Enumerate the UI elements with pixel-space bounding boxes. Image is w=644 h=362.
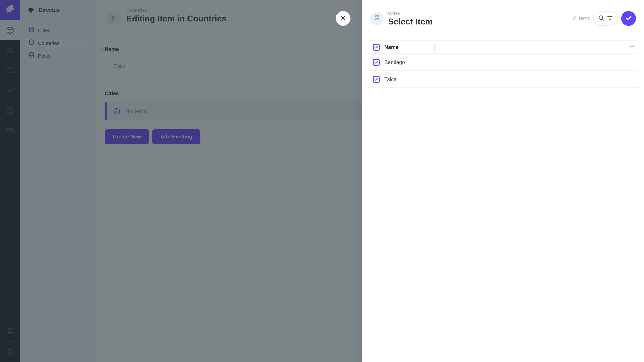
drawer-titles: Cities Select Item <box>388 10 433 26</box>
database-icon <box>373 14 381 23</box>
directus-app: Directus Cities Countries Posts <box>0 0 644 362</box>
row-name: Santiago <box>384 59 405 65</box>
filter-button[interactable] <box>606 14 614 22</box>
select-all-checkbox[interactable] <box>373 44 380 50</box>
search-filter-pill[interactable] <box>593 11 618 26</box>
drawer-close-button[interactable] <box>336 11 350 26</box>
row-name: Talca <box>384 76 396 82</box>
add-column-button[interactable] <box>627 42 636 52</box>
column-resize-handle[interactable] <box>434 43 435 52</box>
collection-avatar <box>370 12 384 25</box>
table-header-row: Name <box>368 40 637 54</box>
drawer-collection-label: Cities <box>388 10 433 15</box>
confirm-selection-button[interactable] <box>621 11 636 26</box>
drawer-title: Select Item <box>388 16 433 26</box>
row-checkbox[interactable] <box>373 76 380 83</box>
table-row-santiago[interactable]: Santiago <box>368 54 637 71</box>
filter-icon <box>606 14 613 22</box>
close-icon <box>340 14 346 22</box>
items-count: 2 Items <box>573 15 590 21</box>
select-item-drawer: Cities Select Item 2 Items <box>362 0 644 362</box>
plus-icon <box>628 43 636 51</box>
name-column-header[interactable]: Name <box>384 44 398 50</box>
row-checkbox[interactable] <box>373 59 380 65</box>
items-table: Name Santiago <box>368 40 637 88</box>
table-row-talca[interactable]: Talca <box>368 71 637 88</box>
search-button[interactable] <box>597 14 605 22</box>
check-icon <box>625 14 632 23</box>
drawer-header: Cities Select Item 2 Items <box>362 0 644 37</box>
search-icon <box>598 14 604 22</box>
